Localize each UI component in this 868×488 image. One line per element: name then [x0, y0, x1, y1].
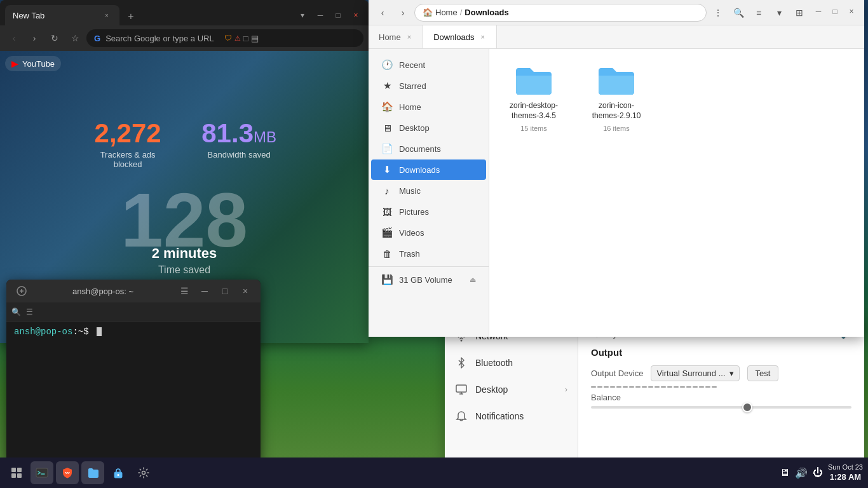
reload-button[interactable]: ↻ — [46, 29, 64, 47]
fm-tab-home-close[interactable]: × — [406, 32, 412, 42]
tab-title: New Tab — [13, 11, 44, 20]
fm-tab-home-label: Home — [379, 32, 401, 42]
sidebar-item-recent[interactable]: 🕐 Recent — [371, 55, 486, 75]
fm-content: zorin-desktop-themes-3.4.5 15 items zori… — [489, 49, 864, 337]
forward-button[interactable]: › — [25, 29, 43, 47]
output-device-label: Output Device — [591, 369, 643, 378]
sidebar-item-music[interactable]: ♪ Music — [371, 180, 486, 201]
new-tab-terminal-button[interactable] — [14, 283, 29, 299]
fm-separator: / — [460, 8, 463, 17]
taskbar-volume-icon[interactable]: 🔊 — [795, 467, 808, 479]
folder-zorin-desktop-themes[interactable]: zorin-desktop-themes-3.4.5 15 items — [502, 62, 566, 132]
balance-knob[interactable] — [742, 402, 752, 412]
terminal-prompt: ansh@pop-os:~$ — [14, 327, 94, 337]
youtube-label: YouTube — [22, 59, 55, 69]
fm-minimize-button[interactable]: ─ — [811, 4, 826, 19]
monitor-icon[interactable]: 🖥 — [780, 467, 790, 478]
fm-tab-downloads-label: Downloads — [433, 32, 474, 42]
google-icon: G — [94, 34, 100, 43]
fm-search-button[interactable]: 🔍 — [729, 4, 747, 22]
workspace-switcher[interactable] — [5, 461, 28, 484]
folder-icon-2 — [596, 62, 637, 97]
bandwidth-value: 81.3MB — [201, 118, 276, 149]
sidebar-item-home[interactable]: 🏠 Home — [371, 97, 486, 117]
balance-slider[interactable] — [591, 406, 851, 409]
svg-rect-9 — [36, 468, 48, 477]
settings-item-notifications[interactable]: Notifications — [445, 403, 578, 430]
sidebar-item-starred[interactable]: ★ Starred — [371, 76, 486, 96]
sidebar-item-volume[interactable]: 💾 31 GB Volume ⏏ — [371, 269, 486, 290]
settings-icon — [137, 466, 150, 479]
fm-view-list-button[interactable]: ≡ — [750, 4, 768, 22]
youtube-icon: ▶ — [11, 58, 18, 69]
browser-tab-newtab[interactable]: New Tab × — [5, 5, 119, 25]
fm-tab-downloads[interactable]: Downloads × — [423, 25, 497, 48]
fm-back-button[interactable]: ‹ — [374, 4, 391, 22]
fm-tab-downloads-close[interactable]: × — [479, 32, 485, 42]
address-bar[interactable]: G Search Google or type a URL 🛡 ⚠ □ ▤ — [86, 29, 363, 47]
svg-rect-6 — [17, 468, 22, 472]
trackers-label: Trackers & ads blocked — [92, 150, 163, 169]
eject-icon[interactable]: ⏏ — [470, 276, 476, 284]
fm-view-grid-button[interactable]: ⊞ — [790, 4, 808, 22]
fm-forward-button[interactable]: › — [394, 4, 412, 22]
file-manager-titlebar: ‹ › 🏠 Home / Downloads ⋮ 🔍 ≡ ▾ ⊞ ─ □ × — [369, 0, 864, 25]
taskbar-passwords[interactable] — [107, 461, 130, 484]
terminal-minimize-button[interactable]: ─ — [197, 283, 212, 299]
browser-navigation: ‹ › ↻ ☆ G Search Google or type a URL 🛡 … — [0, 25, 369, 51]
new-tab-button[interactable]: + — [122, 8, 140, 25]
test-button[interactable]: Test — [747, 365, 779, 381]
taskbar-terminal[interactable] — [31, 461, 53, 484]
taskbar-date: Sun Oct 23 — [828, 463, 863, 471]
sidebar-trash-label: Trash — [399, 249, 420, 259]
folder-zorin-icon-themes[interactable]: zorin-icon-themes-2.9.10 16 items — [585, 62, 648, 132]
fm-close-button[interactable]: × — [844, 4, 859, 19]
taskbar-files[interactable] — [81, 461, 104, 484]
fm-maximize-button[interactable]: □ — [827, 4, 843, 19]
terminal-search-button[interactable]: 🔍 — [11, 308, 21, 316]
settings-item-bluetooth[interactable]: Bluetooth — [445, 349, 578, 376]
close-button[interactable]: × — [348, 8, 363, 23]
terminal-menu-button[interactable]: ☰ — [177, 283, 192, 299]
tab-close-button[interactable]: × — [102, 10, 112, 20]
maximize-button[interactable]: □ — [330, 8, 346, 23]
minimize-button[interactable]: ─ — [313, 8, 328, 23]
sidebar-item-pictures[interactable]: 🖼 Pictures — [371, 201, 486, 222]
youtube-bookmark[interactable]: ▶ YouTube — [5, 56, 61, 71]
sidebar-downloads-label: Downloads — [399, 165, 440, 175]
taskbar-brave[interactable] — [56, 461, 79, 484]
power-icon[interactable]: ⏻ — [813, 467, 823, 478]
extensions-icon[interactable]: □ — [243, 34, 248, 43]
sidebar-item-videos[interactable]: 🎬 Videos — [371, 222, 486, 243]
folder-2-name: zorin-icon-themes-2.9.10 — [592, 101, 641, 121]
terminal-list-button[interactable]: ☰ — [26, 308, 33, 316]
settings-item-desktop[interactable]: Desktop › — [445, 376, 578, 403]
terminal-icon — [36, 466, 48, 479]
sidebar-item-documents[interactable]: 📄 Documents — [371, 139, 486, 159]
fm-location-bar[interactable]: 🏠 Home / Downloads — [414, 4, 707, 22]
terminal-maximize-button[interactable]: □ — [217, 283, 233, 299]
sidebar-starred-label: Starred — [399, 81, 426, 91]
taskbar-clock[interactable]: Sun Oct 23 1:28 AM — [828, 463, 863, 482]
tab-list-button[interactable]: ▾ — [295, 8, 310, 23]
sidebar-recent-label: Recent — [399, 60, 425, 70]
sidebar-item-desktop[interactable]: 🖥 Desktop — [371, 118, 486, 138]
fm-tab-home[interactable]: Home × — [369, 25, 423, 48]
brave-shield-icon[interactable]: 🛡 — [224, 34, 232, 43]
terminal-close-button[interactable]: × — [238, 283, 253, 299]
fm-more-options-button[interactable]: ⋮ — [709, 4, 727, 22]
balance-row: Balance — [591, 393, 851, 409]
output-device-select[interactable]: Virtual Surround ... ▾ — [651, 365, 739, 381]
back-button[interactable]: ‹ — [5, 29, 23, 47]
bookmark-button[interactable]: ☆ — [66, 29, 84, 47]
sidebar-desktop-label: Desktop — [399, 123, 430, 133]
fm-body: 🕐 Recent ★ Starred 🏠 Home 🖥 Desktop 📄 Do… — [369, 49, 864, 337]
fm-view-dropdown-button[interactable]: ▾ — [770, 4, 788, 22]
sidebar-item-downloads[interactable]: ⬇ Downloads — [371, 159, 486, 180]
notifications-label: Notifications — [475, 411, 524, 421]
sidebar-item-trash[interactable]: 🗑 Trash — [371, 243, 486, 264]
sidebar-icon[interactable]: ▤ — [251, 34, 259, 43]
terminal-content[interactable]: ansh@pop-os:~$ — [6, 322, 261, 464]
taskbar-settings[interactable] — [132, 461, 155, 484]
browser-tabs: New Tab × + ▾ ─ □ × — [0, 0, 369, 25]
